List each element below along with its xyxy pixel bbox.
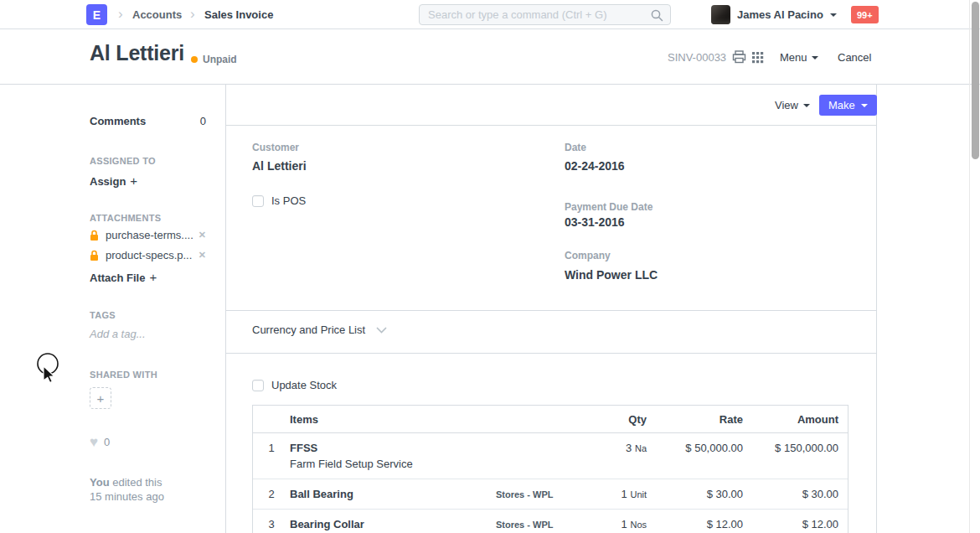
row-index: 2 xyxy=(253,488,290,500)
row-index: 3 xyxy=(253,518,290,530)
attachments-heading: ATTACHMENTS xyxy=(90,213,206,223)
menu-button-label: Menu xyxy=(780,51,807,64)
edited-time: 15 minutes ago xyxy=(90,490,164,503)
remove-attachment-icon[interactable] xyxy=(199,250,206,261)
customer-value[interactable]: Al Lettieri xyxy=(252,159,307,173)
item-warehouse: Stores - WPL xyxy=(496,488,560,500)
currency-section-label: Currency and Price List xyxy=(252,323,365,336)
chevron-down-icon xyxy=(376,327,387,334)
attachment-item: product-specs.p... xyxy=(90,249,206,261)
assign-button[interactable]: Assign xyxy=(90,175,137,188)
view-button-label: View xyxy=(775,99,798,111)
status-dot-icon xyxy=(191,56,198,63)
notification-badge[interactable]: 99+ xyxy=(851,6,879,23)
item-amount: $ 30.00 xyxy=(743,488,838,500)
grid-view-icon[interactable] xyxy=(751,50,765,64)
status-badge: Unpaid xyxy=(191,54,237,65)
add-share-button[interactable]: + xyxy=(90,387,111,409)
main-form: View Make Customer Al Lettieri Is POS Da… xyxy=(226,85,877,533)
breadcrumb-sales-invoice[interactable]: Sales Invoice xyxy=(204,0,273,28)
is-pos-checkbox[interactable] xyxy=(252,195,264,207)
remove-attachment-icon[interactable] xyxy=(199,230,206,241)
attachment-link[interactable]: purchase-terms.... xyxy=(106,229,199,241)
chevron-down-icon xyxy=(861,104,868,107)
item-qty: 1 xyxy=(622,488,627,500)
sidebar-comments-link[interactable]: Comments xyxy=(90,115,146,127)
attach-file-button[interactable]: Attach File xyxy=(90,272,157,284)
user-name: James Al Pacino xyxy=(737,8,823,21)
company-value[interactable]: Wind Power LLC xyxy=(565,268,658,282)
update-stock-label: Update Stock xyxy=(271,379,337,391)
lock-icon xyxy=(90,230,99,241)
app-logo-letter: E xyxy=(93,8,101,22)
shared-with-heading: SHARED WITH xyxy=(90,370,206,380)
user-menu[interactable]: James Al Pacino xyxy=(711,0,837,29)
workspace: Comments 0 ASSIGNED TO Assign ATTACHMENT… xyxy=(0,85,980,533)
comments-count: 0 xyxy=(200,115,206,127)
currency-section-toggle[interactable]: Currency and Price List xyxy=(252,323,387,336)
items-table-header: Items Qty Rate Amount xyxy=(253,406,848,433)
item-amount: $ 150,000.00 xyxy=(743,442,838,470)
cancel-button[interactable]: Cancel xyxy=(838,51,871,64)
table-row[interactable]: 1 FFSS Farm Field Setup Service 3 Na $ 5… xyxy=(253,433,848,479)
table-row[interactable]: 2 Ball Bearing Stores - WPL 1 Unit $ 30.… xyxy=(253,479,848,510)
make-button[interactable]: Make xyxy=(819,95,877,116)
qty-header: Qty xyxy=(560,413,647,426)
edited-by: You xyxy=(90,476,110,489)
likes-count: 0 xyxy=(104,435,110,449)
amount-header: Amount xyxy=(743,413,838,426)
item-amount: $ 12.00 xyxy=(743,518,838,530)
item-warehouse: Stores - WPL xyxy=(496,518,560,530)
items-header: Items xyxy=(290,413,496,426)
scrollbar-track xyxy=(969,0,970,533)
search-icon xyxy=(650,8,664,23)
sidebar: Comments 0 ASSIGNED TO Assign ATTACHMENT… xyxy=(0,85,226,533)
tags-heading: TAGS xyxy=(90,310,206,320)
like-heart-icon[interactable] xyxy=(90,437,98,448)
item-name: Bearing Collar xyxy=(290,518,496,530)
rate-header: Rate xyxy=(647,413,743,426)
update-stock-field: Update Stock xyxy=(252,379,337,391)
view-button[interactable]: View xyxy=(775,95,810,116)
is-pos-field: Is POS xyxy=(252,194,306,207)
breadcrumb-chevron-icon: › xyxy=(118,0,123,28)
item-rate: $ 12.00 xyxy=(647,518,743,530)
plus-icon: + xyxy=(97,391,105,406)
item-name: Ball Bearing xyxy=(290,488,496,500)
attachment-item: purchase-terms.... xyxy=(90,229,206,241)
item-uom: Na xyxy=(635,443,647,453)
document-id: SINV-00033 xyxy=(668,51,726,64)
top-navbar: E › Accounts › Sales Invoice James Al Pa… xyxy=(0,0,980,29)
items-table: Items Qty Rate Amount 1 FFSS Farm Field … xyxy=(252,405,848,533)
add-tag-input[interactable]: Add a tag... xyxy=(90,328,206,340)
item-uom: Unit xyxy=(630,489,647,499)
customer-label: Customer xyxy=(252,142,299,153)
update-stock-checkbox[interactable] xyxy=(252,380,264,391)
date-value[interactable]: 02-24-2016 xyxy=(565,159,625,173)
search-input[interactable] xyxy=(420,5,670,24)
item-name: FFSS xyxy=(290,442,496,454)
lock-icon xyxy=(90,250,99,261)
page-title: Al Lettieri xyxy=(90,41,184,65)
user-avatar xyxy=(711,5,730,24)
item-rate: $ 50,000.00 xyxy=(647,442,743,470)
edited-info: You edited this 15 minutes ago xyxy=(90,475,206,504)
section-divider xyxy=(226,310,877,311)
item-description: Farm Field Setup Service xyxy=(290,458,496,470)
attachment-link[interactable]: product-specs.p... xyxy=(106,249,199,261)
scrollbar-thumb[interactable] xyxy=(972,2,979,159)
app-logo[interactable]: E xyxy=(86,4,107,25)
breadcrumb-accounts[interactable]: Accounts xyxy=(132,0,182,28)
payment-due-date-value[interactable]: 03-31-2016 xyxy=(565,215,625,229)
row-index: 1 xyxy=(253,442,290,470)
date-label: Date xyxy=(565,142,586,153)
table-row[interactable]: 3 Bearing Collar Stores - WPL 1 Nos $ 12… xyxy=(253,510,848,533)
item-warehouse xyxy=(496,442,560,470)
menu-button[interactable]: Menu xyxy=(780,51,818,64)
section-divider xyxy=(226,353,877,354)
item-qty: 3 xyxy=(626,442,632,454)
print-icon[interactable] xyxy=(732,50,746,64)
assigned-to-heading: ASSIGNED TO xyxy=(90,156,206,166)
chevron-down-icon xyxy=(812,56,818,60)
global-search xyxy=(419,4,671,25)
